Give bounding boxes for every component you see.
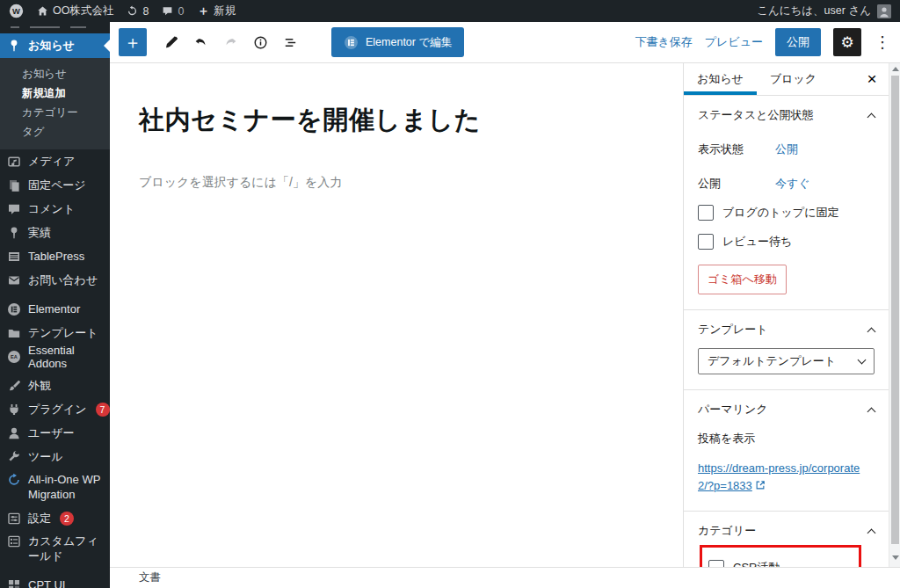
editor-canvas[interactable]: 社内セミナーを開催しました ブロックを選択するには「/」を入力	[110, 63, 683, 567]
sidebar-item-tools[interactable]: ツール	[0, 445, 110, 468]
redo-button[interactable]	[217, 28, 243, 56]
template-select[interactable]: デフォルトテンプレート	[698, 348, 875, 374]
sidebar-item-plugins[interactable]: プラグイン 7	[0, 397, 110, 421]
scrollbar-thumb[interactable]	[891, 76, 899, 544]
save-draft-button[interactable]: 下書き保存	[635, 34, 692, 50]
sidebar-item-migration[interactable]: All-in-One WP Migration	[0, 468, 110, 506]
chevron-up-icon	[867, 528, 876, 537]
sidebar-item-label: テンプレート	[28, 325, 98, 341]
template-section: テンプレート デフォルトテンプレート	[684, 310, 889, 390]
plus-icon: ＋	[197, 4, 209, 19]
sidebar-item-announcements[interactable]: お知らせ	[0, 33, 110, 58]
sidebar-item-label: 固定ページ	[28, 178, 86, 193]
submenu-item-add-new[interactable]: 新規追加	[0, 83, 110, 103]
new-content-menu[interactable]: ＋ 新規	[197, 4, 236, 19]
elementor-badge-icon	[344, 35, 359, 50]
media-icon	[7, 155, 21, 169]
details-button[interactable]	[247, 28, 273, 56]
categories-list: CSR活動 お知らせ 採用情報	[698, 547, 875, 567]
move-to-trash-button[interactable]: ゴミ箱へ移動	[698, 265, 787, 294]
more-options-button[interactable]: ⋮	[874, 33, 891, 52]
sidebar-item-essential-addons[interactable]: EA Essential Addons	[0, 345, 110, 368]
document-breadcrumb[interactable]: 文書	[139, 570, 161, 585]
avatar[interactable]	[877, 4, 891, 18]
sidebar-item-appearance[interactable]: 外観	[0, 374, 110, 397]
comments-menu[interactable]: 0	[162, 5, 184, 18]
svg-text:W: W	[12, 7, 20, 16]
edit-with-elementor-button[interactable]: Elementor で編集	[331, 27, 464, 57]
sidebar-item-label: CPT UI	[28, 578, 65, 588]
sidebar-item-custom-fields[interactable]: カスタムフィールド	[0, 530, 110, 568]
submenu-item-categories[interactable]: カテゴリー	[0, 103, 110, 122]
chevron-down-icon	[858, 356, 867, 365]
sidebar-item-tablepress[interactable]: TablePress	[0, 244, 110, 268]
sidebar-item-cpt-ui[interactable]: CPT UI	[0, 573, 110, 588]
editor-header: ＋ Elementor で編集	[110, 22, 900, 63]
settings-badge: 2	[60, 512, 74, 526]
editor-footer: 文書	[110, 567, 900, 588]
wordpress-logo-menu[interactable]: W	[9, 4, 24, 18]
greeting-text[interactable]: こんにちは、user さん	[757, 4, 871, 18]
permalink-section-header[interactable]: パーマリンク	[698, 402, 875, 417]
panel-scrollbar[interactable]	[889, 63, 900, 567]
tab-block[interactable]: ブロック	[757, 63, 830, 95]
sidebar-cut-item	[0, 22, 110, 33]
sidebar-item-comments[interactable]: コメント	[0, 197, 110, 221]
new-label: 新規	[214, 4, 236, 18]
block-inserter-button[interactable]: ＋	[119, 28, 147, 56]
undo-button[interactable]	[187, 28, 214, 56]
scroll-up-arrow[interactable]	[892, 67, 899, 71]
publish-button[interactable]: 公開	[775, 28, 821, 56]
sidebar-item-elementor[interactable]: Elementor	[0, 297, 110, 321]
status-section-header[interactable]: ステータスと公開状態	[698, 107, 875, 123]
sidebar-item-settings[interactable]: 設定 2	[0, 506, 110, 530]
table-icon	[7, 250, 21, 264]
publish-date-value-link[interactable]: 今すぐ	[775, 176, 810, 192]
cpt-ui-icon	[7, 578, 21, 588]
tools-pencil-button[interactable]	[157, 28, 184, 56]
settings-icon	[7, 512, 21, 526]
home-icon	[37, 5, 48, 17]
sidebar-item-label: Essential Addons	[28, 344, 110, 370]
editor-frame: ＋ Elementor で編集	[110, 22, 900, 588]
sidebar-item-pages[interactable]: 固定ページ	[0, 173, 110, 197]
submenu-item-all-announcements[interactable]: お知らせ	[0, 64, 110, 83]
sidebar-item-label: 外観	[28, 378, 51, 394]
updates-menu[interactable]: 8	[127, 5, 149, 18]
sticky-checkbox[interactable]	[698, 205, 714, 221]
template-selected-value: デフォルトテンプレート	[708, 353, 836, 369]
template-section-header[interactable]: テンプレート	[698, 322, 875, 338]
visibility-value-link[interactable]: 公開	[775, 142, 798, 157]
sidebar-item-label: ユーザー	[28, 425, 75, 441]
submenu-item-tags[interactable]: タグ	[0, 122, 110, 142]
sidebar-item-users[interactable]: ユーザー	[0, 421, 110, 445]
preview-button[interactable]: プレビュー	[705, 34, 763, 50]
sidebar-item-label: 設定	[28, 511, 51, 526]
brush-icon	[7, 379, 21, 393]
permalink-section-title: パーマリンク	[698, 402, 768, 417]
chevron-up-icon	[867, 113, 876, 121]
tab-post[interactable]: お知らせ	[684, 63, 757, 95]
sidebar-item-achievements[interactable]: 実績	[0, 221, 110, 244]
elementor-icon	[7, 302, 21, 316]
post-url-link[interactable]: https://dream-press.jp/corporate2/?p=183…	[698, 461, 860, 492]
block-appender-placeholder[interactable]: ブロックを選択するには「/」を入力	[139, 175, 654, 191]
scroll-down-arrow[interactable]	[892, 555, 899, 560]
sidebar-item-label: 実績	[28, 225, 51, 241]
settings-gear-button[interactable]: ⚙	[833, 28, 861, 56]
categories-section-header[interactable]: カテゴリー	[698, 523, 875, 539]
sidebar-item-contact[interactable]: お問い合わせ	[0, 268, 110, 292]
list-view-button[interactable]	[277, 28, 303, 56]
close-settings-button[interactable]: ×	[855, 63, 889, 95]
comment-icon	[7, 202, 21, 216]
pin-icon	[7, 226, 21, 240]
wordpress-editor-app: W OO株式会社 8 0 ＋ 新規 こんにちは、user さん	[0, 0, 900, 588]
sidebar-item-label: All-in-One WP Migration	[28, 473, 109, 502]
category-csr-checkbox[interactable]	[708, 560, 724, 567]
sidebar-item-templates[interactable]: テンプレート	[0, 321, 110, 345]
comment-icon	[162, 5, 173, 17]
site-link[interactable]: OO株式会社	[37, 4, 113, 18]
sidebar-item-media[interactable]: メディア	[0, 149, 110, 173]
pending-review-checkbox[interactable]	[698, 234, 714, 250]
post-title-input[interactable]: 社内セミナーを開催しました	[139, 103, 654, 138]
